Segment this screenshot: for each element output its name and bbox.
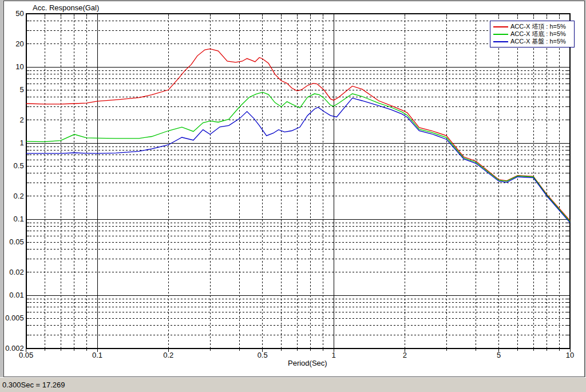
y-tick-label: 0.01	[9, 291, 23, 299]
grid-minor-dashed	[26, 14, 570, 349]
status-bar: 0.300Sec = 17.269	[0, 377, 586, 392]
x-tick-label: 1	[331, 351, 335, 359]
series-line-2	[26, 98, 570, 223]
x-tick-label: 0.1	[92, 351, 102, 359]
tick-labels: 5020105210.50.20.10.050.020.010.0050.002…	[5, 9, 574, 359]
legend-item: ACC-X 塔頂 : h=5%	[493, 23, 572, 30]
legend-label: ACC-X 塔頂 : h=5%	[510, 23, 566, 30]
series-line-1	[26, 92, 570, 221]
y-tick-label: 0.1	[14, 215, 24, 223]
plot-border	[26, 14, 570, 349]
y-tick-label: 0.05	[9, 237, 23, 246]
response-spectrum-chart[interactable]: 5020105210.50.20.10.050.020.010.0050.002…	[4, 1, 584, 376]
legend: ACC-X 塔頂 : h=5% ACC-X 塔底 : h=5% ACC-X 基盤…	[490, 21, 575, 47]
y-tick-label: 0.02	[9, 268, 23, 276]
y-axis-title: Acc. Response(Gal)	[33, 3, 99, 12]
y-tick-label: 20	[15, 39, 23, 48]
plot-window: 5020105210.50.20.10.050.020.010.0050.002…	[3, 1, 585, 377]
y-tick-label: 0.2	[14, 192, 24, 200]
x-tick-label: 10	[566, 351, 574, 359]
x-tick-label: 0.5	[258, 351, 268, 359]
y-tick-label: 10	[15, 62, 23, 71]
y-tick-label: 0.005	[5, 314, 24, 322]
series-line-0	[26, 49, 570, 220]
x-tick-label: 5	[497, 351, 501, 359]
y-tick-label: 2	[19, 116, 23, 124]
legend-item: ACC-X 基盤 : h=5%	[493, 38, 572, 45]
x-tick-label: 0.2	[163, 351, 173, 359]
x-axis-title: Period(Sec)	[288, 359, 327, 367]
legend-label: ACC-X 基盤 : h=5%	[510, 38, 566, 45]
legend-item: ACC-X 塔底 : h=5%	[493, 30, 572, 38]
y-tick-label: 0.5	[14, 161, 24, 170]
x-tick-label: 2	[403, 351, 407, 359]
y-tick-label: 1	[19, 138, 23, 147]
legend-label: ACC-X 塔底 : h=5%	[510, 30, 566, 38]
x-tick-label: 0.05	[19, 351, 33, 359]
legend-line-blue-icon	[493, 41, 508, 42]
status-readout: 0.300Sec = 17.269	[0, 378, 586, 389]
legend-line-red-icon	[493, 26, 508, 27]
y-tick-label: 5	[19, 85, 23, 94]
grid-decade-solid	[26, 14, 570, 349]
legend-line-green-icon	[493, 34, 508, 35]
series-lines	[26, 49, 570, 223]
y-tick-label: 50	[15, 9, 23, 18]
